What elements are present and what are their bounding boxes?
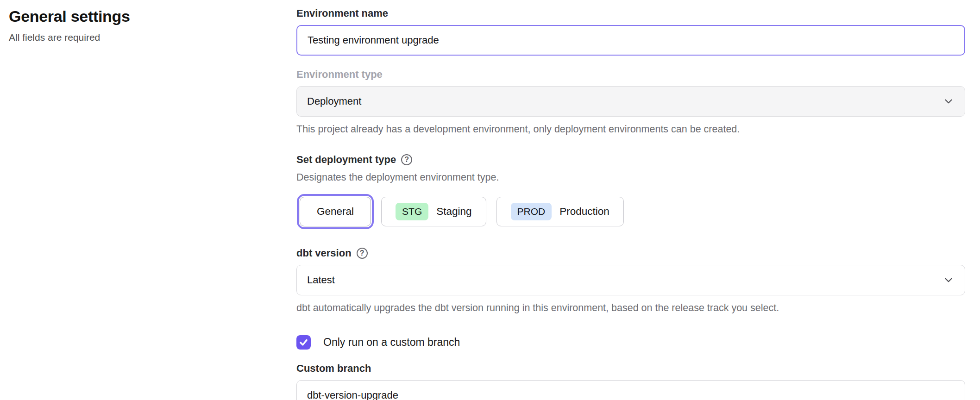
deployment-type-staging-button[interactable]: STG Staging bbox=[381, 197, 486, 226]
deployment-type-production-button[interactable]: PROD Production bbox=[496, 197, 624, 226]
custom-branch-checkbox-label[interactable]: Only run on a custom branch bbox=[323, 336, 460, 349]
custom-branch-label: Custom branch bbox=[296, 362, 965, 375]
deployment-type-description: Designates the deployment environment ty… bbox=[296, 171, 965, 184]
dbt-version-select[interactable]: Latest bbox=[296, 265, 965, 295]
custom-branch-checkbox[interactable] bbox=[296, 335, 311, 350]
deployment-type-production-label: Production bbox=[559, 206, 609, 218]
production-badge: PROD bbox=[511, 203, 552, 220]
settings-header: General settings All fields are required bbox=[9, 7, 268, 43]
staging-badge: STG bbox=[396, 203, 428, 220]
checkmark-icon bbox=[299, 338, 308, 347]
page-title: General settings bbox=[9, 7, 268, 25]
environment-settings-form: Environment name Environment type Deploy… bbox=[296, 7, 965, 400]
deployment-type-label: Set deployment type bbox=[296, 154, 396, 166]
help-icon[interactable]: ? bbox=[357, 248, 368, 259]
deployment-type-staging-label: Staging bbox=[436, 206, 471, 218]
chevron-down-icon bbox=[942, 274, 955, 286]
deployment-type-general-label: General bbox=[317, 206, 354, 218]
environment-name-input[interactable] bbox=[296, 25, 965, 56]
environment-type-select[interactable]: Deployment bbox=[296, 86, 965, 117]
page-subtitle: All fields are required bbox=[9, 32, 268, 43]
dbt-version-label: dbt version bbox=[296, 247, 352, 259]
custom-branch-checkbox-row: Only run on a custom branch bbox=[296, 335, 965, 350]
deployment-type-options: General STG Staging PROD Production bbox=[296, 194, 965, 230]
dbt-version-value: Latest bbox=[307, 274, 942, 286]
help-icon[interactable]: ? bbox=[401, 154, 412, 165]
environment-type-label: Environment type bbox=[296, 69, 965, 81]
chevron-down-icon bbox=[942, 95, 955, 107]
environment-type-value: Deployment bbox=[307, 95, 942, 107]
custom-branch-input[interactable] bbox=[296, 380, 965, 400]
dbt-version-helper: dbt automatically upgrades the dbt versi… bbox=[296, 302, 965, 315]
environment-name-label: Environment name bbox=[296, 7, 965, 19]
deployment-type-general-button[interactable]: General bbox=[300, 197, 371, 226]
environment-type-helper: This project already has a development e… bbox=[296, 123, 965, 136]
